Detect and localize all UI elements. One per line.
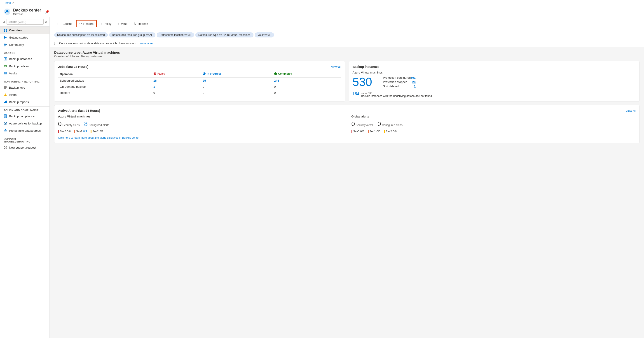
vault-label: Vault xyxy=(121,22,128,25)
alert-security-block-1: 0 Security alerts xyxy=(352,120,373,128)
sidebar-item-overview[interactable]: Overview xyxy=(0,27,50,34)
filter-subscription[interactable]: Datasource subscription == 60 selected xyxy=(54,32,108,37)
sev-label-1-0: Sev0 xyxy=(353,130,360,133)
sidebar-item-label-backup-instances: Backup instances xyxy=(9,57,32,61)
alerts-card-title: Active Alerts (last 24 Hours) View all xyxy=(58,109,636,113)
filter-vault[interactable]: Vault == All xyxy=(255,32,274,37)
jobs-cell-scheduled-completed: 244 xyxy=(272,78,341,84)
jobs-col-operation: Operation xyxy=(58,71,152,78)
backup-plus-icon: + xyxy=(57,22,59,25)
app-subtitle: Microsoft xyxy=(13,13,41,15)
failed-icon: ✕ xyxy=(154,72,156,75)
backup-reports-icon xyxy=(4,100,7,104)
sev-num-0-2: 0/8 xyxy=(100,130,103,133)
refresh-label: Refresh xyxy=(138,22,148,25)
section-title: Datasource type: Azure Virtual machines xyxy=(54,50,640,54)
sev-item-0-2: Sev2 0/8 xyxy=(90,130,103,133)
vault-button[interactable]: + Vault xyxy=(115,20,130,27)
backup-jobs-icon xyxy=(4,86,7,89)
svg-marker-8 xyxy=(4,36,7,39)
jobs-cell-ondemand-failed: 1 xyxy=(152,84,201,90)
breadcrumb: Home > xyxy=(0,0,644,6)
alert-configured-block-1: 0 Configured alerts xyxy=(378,120,402,128)
jobs-card-title: Jobs (last 24 Hours) View all xyxy=(58,65,341,69)
sidebar-item-backup-compliance[interactable]: Backup compliance xyxy=(0,113,50,120)
sidebar-item-label-overview: Overview xyxy=(9,29,22,32)
breadcrumb-home[interactable]: Home xyxy=(4,1,11,4)
bi-footnote-text: out of 530 xyxy=(361,92,432,94)
svg-point-34 xyxy=(203,72,206,75)
alerts-section: Azure Virtual machines 0 Security alerts… xyxy=(58,115,636,134)
bi-stat-val-0[interactable]: 501 xyxy=(411,76,416,79)
svg-rect-26 xyxy=(4,115,6,118)
bi-stat-val-2[interactable]: 1 xyxy=(414,85,416,88)
jobs-cell-restore-failed: 0 xyxy=(152,90,201,96)
overview-icon xyxy=(4,28,7,32)
sidebar-item-backup-policies[interactable]: Backup policies xyxy=(0,62,50,70)
sidebar-section-monitoring: Monitoring + reporting xyxy=(0,78,50,84)
sidebar-item-alerts[interactable]: ! Alerts xyxy=(0,91,50,98)
sidebar-collapse-button[interactable]: « xyxy=(45,20,47,24)
sidebar-item-backup-instances[interactable]: Backup instances xyxy=(0,55,50,62)
jobs-row-restore: Restore 0 0 0 xyxy=(58,90,341,96)
vaults-icon xyxy=(4,71,7,75)
sidebar-item-protectable-datasources[interactable]: Protectable datasources xyxy=(0,127,50,134)
support-icon: ? xyxy=(4,146,7,149)
section-subtitle: Overview of Jobs and Backup instances xyxy=(54,55,640,58)
filter-location[interactable]: Datasource location == All xyxy=(157,32,194,37)
svg-text:?: ? xyxy=(5,147,6,149)
bi-stat-label-1: Protection stopped xyxy=(383,80,407,84)
alerts-group-global: Global alerts 0 Security alerts 0 Config… xyxy=(352,115,636,134)
refresh-button[interactable]: ↻ Refresh xyxy=(131,20,151,27)
learn-more-link[interactable]: Learn more. xyxy=(139,42,154,45)
alert-configured-label-0: Configured alerts xyxy=(88,124,109,127)
search-input[interactable] xyxy=(6,19,44,24)
sev-num-1-2: 0/0 xyxy=(393,130,397,133)
jobs-view-all-link[interactable]: View all xyxy=(331,65,341,69)
bi-stat-val-1[interactable]: 28 xyxy=(412,80,416,84)
sev-label-0-1: Sev1 xyxy=(76,130,82,133)
sidebar-item-backup-jobs[interactable]: Backup jobs xyxy=(0,84,50,91)
search-icon xyxy=(3,20,5,23)
jobs-cell-scheduled-failed: 18 xyxy=(152,78,201,84)
sidebar: « Overview Getting started Community Man… xyxy=(0,17,50,338)
filter-datasource-type[interactable]: Datasource type == Azure Virtual machine… xyxy=(196,32,254,37)
svg-rect-29 xyxy=(5,129,6,130)
sidebar-item-label-community: Community xyxy=(9,43,24,46)
alert-configured-block-0: 8 Configured alerts xyxy=(84,120,109,128)
svg-rect-24 xyxy=(5,101,6,103)
sidebar-item-vaults[interactable]: Vaults xyxy=(0,70,50,77)
datasource-access-checkbox[interactable] xyxy=(54,42,57,45)
sidebar-item-label-backup-reports: Backup reports xyxy=(9,100,29,104)
sidebar-item-new-support-request[interactable]: ? New support request xyxy=(0,144,50,151)
sidebar-item-community[interactable]: Community xyxy=(0,41,50,48)
alerts-counts-0: 0 Security alerts 8 Configured alerts xyxy=(58,120,342,128)
sidebar-item-getting-started[interactable]: Getting started xyxy=(0,34,50,41)
svg-rect-16 xyxy=(4,72,7,74)
backup-label: + Backup xyxy=(60,22,72,25)
alert-configured-num-0: 8 xyxy=(84,120,88,128)
sev-item-1-1: Sev1 0/0 xyxy=(368,130,380,133)
policy-button[interactable]: + Policy xyxy=(98,20,114,27)
jobs-cell-restore-op: Restore xyxy=(58,90,152,96)
filter-bar: Datasource subscription == 60 selected D… xyxy=(50,30,644,40)
backup-button[interactable]: + + Backup xyxy=(54,20,75,27)
sev-label-1-1: Sev1 xyxy=(370,130,376,133)
restore-button[interactable]: ↩ Restore xyxy=(76,20,97,27)
sidebar-item-backup-reports[interactable]: Backup reports xyxy=(0,98,50,106)
toolbar: + + Backup ↩ Restore + Policy + Vault ↻ … xyxy=(50,17,644,30)
alert-security-block-0: 0 Security alerts xyxy=(58,120,80,128)
completed-icon xyxy=(274,72,277,75)
alerts-learn-more-link[interactable]: Click here to learn more about the alert… xyxy=(58,136,636,139)
jobs-cell-restore-completed: 0 xyxy=(272,90,341,96)
jobs-col-inprogress: In progress xyxy=(201,71,272,78)
svg-point-11 xyxy=(4,45,6,46)
sidebar-item-azure-policies[interactable]: Azure policies for backup xyxy=(0,120,50,127)
svg-point-2 xyxy=(3,21,4,22)
jobs-col-failed: ✕ Failed xyxy=(152,71,201,78)
pin-icon[interactable]: 📌 xyxy=(45,10,49,13)
more-icon[interactable]: ··· xyxy=(51,10,54,13)
backup-instances-card: Backup instances Azure Virtual machines … xyxy=(349,61,640,101)
alerts-view-all-link[interactable]: View all xyxy=(626,109,636,113)
filter-resource-group[interactable]: Datasource resource group == All xyxy=(109,32,156,37)
